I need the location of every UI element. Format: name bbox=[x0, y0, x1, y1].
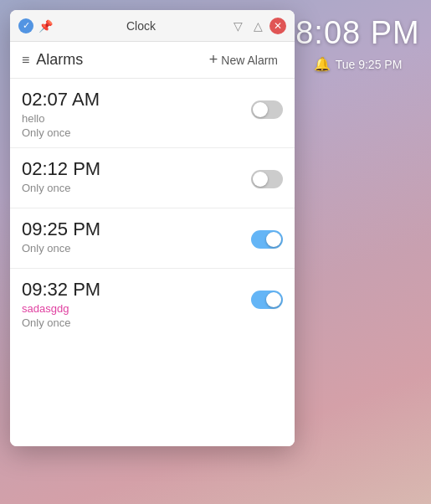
titlebar: 📌 Clock ▽ △ ✕ bbox=[10, 10, 295, 42]
new-alarm-button[interactable]: + New Alarm bbox=[204, 49, 283, 71]
clock-time: 8:08 PM bbox=[295, 15, 420, 51]
app-icon bbox=[18, 18, 33, 33]
pin-button[interactable]: 📌 bbox=[38, 19, 53, 33]
alarm-item: 09:25 PMOnly once bbox=[10, 208, 295, 269]
alarm-info: 02:07 AMhelloOnly once bbox=[22, 89, 100, 139]
alarm-info: 09:25 PMOnly once bbox=[22, 219, 100, 255]
alarm-item: 02:12 PMOnly once bbox=[10, 148, 295, 208]
alarms-title: Alarms bbox=[36, 51, 83, 69]
alarm-repeat: Only once bbox=[22, 182, 100, 194]
menu-button[interactable]: ≡ bbox=[22, 53, 29, 68]
clock-window: 📌 Clock ▽ △ ✕ ≡ Alarms + New Alarm 02:07… bbox=[10, 10, 295, 446]
alarm-item: 02:07 AMhelloOnly once bbox=[10, 79, 295, 148]
date-display: 🔔 Tue 9:25 PM bbox=[314, 56, 403, 72]
plus-icon: + bbox=[209, 51, 218, 69]
alarm-name: sadasgdg bbox=[22, 302, 100, 315]
window-title: Clock bbox=[53, 19, 229, 33]
alarm-toggle[interactable] bbox=[251, 291, 283, 309]
alarm-time: 09:25 PM bbox=[22, 219, 100, 240]
bell-icon: 🔔 bbox=[314, 56, 331, 72]
titlebar-controls: ▽ △ ✕ bbox=[229, 18, 286, 34]
alarm-repeat: Only once bbox=[22, 316, 100, 329]
close-button[interactable]: ✕ bbox=[269, 18, 286, 34]
minimize-button[interactable]: ▽ bbox=[229, 18, 246, 34]
titlebar-left: 📌 bbox=[18, 18, 53, 33]
alarms-header: ≡ Alarms + New Alarm bbox=[10, 42, 295, 79]
restore-button[interactable]: △ bbox=[249, 18, 266, 34]
clock-date: Tue 9:25 PM bbox=[336, 58, 403, 71]
alarm-toggle[interactable] bbox=[251, 100, 283, 119]
alarm-list-empty-space bbox=[10, 337, 295, 446]
alarm-item: 09:32 PMsadasgdgOnly once bbox=[10, 269, 295, 337]
new-alarm-label: New Alarm bbox=[221, 54, 278, 67]
alarm-repeat: Only once bbox=[22, 126, 100, 139]
alarm-info: 02:12 PMOnly once bbox=[22, 158, 100, 194]
alarm-toggle[interactable] bbox=[251, 170, 283, 188]
alarm-time: 02:12 PM bbox=[22, 158, 100, 180]
alarm-time: 02:07 AM bbox=[22, 89, 100, 111]
alarm-repeat: Only once bbox=[22, 242, 100, 255]
alarm-info: 09:32 PMsadasgdgOnly once bbox=[22, 279, 100, 329]
alarm-time: 09:32 PM bbox=[22, 279, 100, 301]
alarms-title-group: ≡ Alarms bbox=[22, 51, 83, 69]
alarm-name: hello bbox=[22, 112, 100, 125]
alarm-toggle[interactable] bbox=[251, 230, 283, 249]
alarm-list: 02:07 AMhelloOnly once02:12 PMOnly once0… bbox=[10, 79, 295, 337]
right-panel: 8:08 PM 🔔 Tue 9:25 PM bbox=[285, 0, 431, 504]
